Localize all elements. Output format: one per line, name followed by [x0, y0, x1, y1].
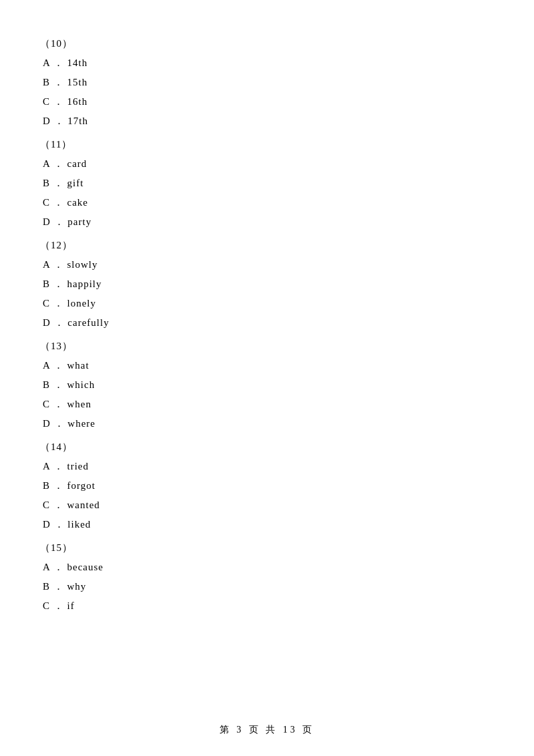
- option-q13-b: B ． which: [40, 379, 494, 391]
- option-q10-c: C ． 16th: [40, 96, 494, 108]
- page-content: （10）A ． 14thB ． 15thC ． 16thD ． 17th（11）…: [0, 0, 534, 659]
- question-number-q15: （15）: [40, 542, 494, 554]
- option-q13-a: A ． what: [40, 359, 494, 372]
- option-q12-d: D ． carefully: [40, 317, 494, 329]
- option-q11-b: B ． gift: [40, 177, 494, 190]
- option-q14-d: D ． liked: [40, 518, 494, 531]
- option-q15-c: C ． if: [40, 600, 494, 612]
- option-q11-d: D ． party: [40, 216, 494, 228]
- footer-text: 第 3 页 共 13 页: [220, 725, 315, 735]
- option-q12-a: A ． slowly: [40, 258, 494, 271]
- page-footer: 第 3 页 共 13 页: [0, 724, 534, 736]
- option-q11-c: C ． cake: [40, 196, 494, 209]
- option-q10-d: D ． 17th: [40, 115, 494, 128]
- option-q12-b: B ． happily: [40, 278, 494, 291]
- option-q13-d: D ． where: [40, 417, 494, 430]
- option-q14-c: C ． wanted: [40, 499, 494, 512]
- question-number-q10: （10）: [40, 37, 494, 50]
- question-number-q12: （12）: [40, 239, 494, 252]
- option-q14-a: A ． tried: [40, 460, 494, 473]
- option-q13-c: C ． when: [40, 398, 494, 411]
- question-number-q14: （14）: [40, 441, 494, 453]
- question-number-q11: （11）: [40, 138, 494, 151]
- option-q15-a: A ． because: [40, 561, 494, 574]
- option-q14-b: B ． forgot: [40, 480, 494, 492]
- question-number-q13: （13）: [40, 340, 494, 353]
- option-q12-c: C ． lonely: [40, 297, 494, 310]
- option-q11-a: A ． card: [40, 158, 494, 170]
- option-q15-b: B ． why: [40, 580, 494, 593]
- option-q10-a: A ． 14th: [40, 57, 494, 69]
- option-q10-b: B ． 15th: [40, 76, 494, 89]
